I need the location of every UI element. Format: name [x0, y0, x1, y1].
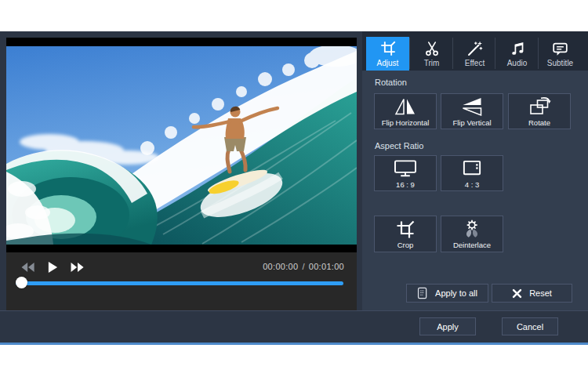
button-label: Apply to all — [435, 288, 477, 298]
aspect-4-3-button[interactable]: 4 : 3 — [441, 155, 503, 191]
seek-track[interactable] — [16, 281, 343, 285]
flip-horizontal-button[interactable]: Flip Horizontal — [374, 93, 437, 129]
tv-4-3-icon — [459, 158, 485, 179]
rotation-section-title: Rotation — [375, 78, 407, 87]
tab-adjust[interactable]: Adjust — [366, 37, 409, 71]
tab-effect[interactable]: Effect — [453, 37, 496, 71]
music-notes-icon — [509, 40, 525, 57]
screenshot-canvas: 00:00:00/00:01:00 Adjust T — [0, 0, 588, 377]
play-button[interactable] — [47, 260, 59, 274]
flip-vertical-button[interactable]: Flip Vertical — [441, 93, 503, 129]
document-icon — [417, 287, 428, 299]
tab-label: Effect — [465, 59, 485, 67]
tab-trim[interactable]: Trim — [410, 37, 453, 71]
button-label: Apply — [437, 322, 459, 332]
apply-to-all-button[interactable]: Apply to all — [406, 284, 488, 303]
button-label: Rotate — [528, 118, 550, 127]
deinterlace-icon — [460, 219, 484, 240]
flip-horizontal-icon — [394, 96, 417, 118]
rewind-button[interactable] — [20, 260, 37, 274]
apply-button[interactable]: Apply — [419, 317, 476, 335]
crop-icon — [380, 40, 396, 57]
window-accent-line — [0, 343, 588, 345]
aspect-ratio-section-title: Aspect Ratio — [375, 141, 423, 150]
video-frame — [6, 38, 357, 252]
tab-label: Adjust — [377, 59, 399, 67]
button-label: Cancel — [517, 322, 543, 332]
seek-thumb[interactable] — [16, 277, 27, 288]
video-preview-panel: 00:00:00/00:01:00 — [6, 38, 357, 311]
play-icon — [47, 260, 59, 274]
deinterlace-button[interactable]: Deinterlace — [441, 216, 503, 252]
flip-vertical-icon — [460, 96, 484, 118]
seek-slider[interactable] — [16, 277, 350, 290]
crop-button[interactable]: Crop — [374, 216, 437, 252]
panel-divider — [0, 310, 588, 311]
timecode: 00:00:00/00:01:00 — [263, 262, 344, 271]
reset-button[interactable]: Reset — [492, 284, 572, 303]
current-time: 00:00:00 — [263, 262, 298, 271]
tab-audio[interactable]: Audio — [495, 37, 539, 71]
tab-subtitle[interactable]: Subtitle — [539, 37, 582, 71]
button-label: Reset — [529, 288, 552, 298]
button-label: Deinterlace — [453, 241, 491, 249]
total-duration: 00:01:00 — [309, 262, 344, 271]
fast-forward-icon — [69, 260, 86, 274]
rewind-icon — [20, 260, 37, 274]
button-label: Flip Vertical — [452, 118, 491, 127]
time-separator: / — [298, 262, 308, 271]
cancel-button[interactable]: Cancel — [502, 317, 558, 335]
widescreen-monitor-icon — [393, 158, 418, 179]
fast-forward-button[interactable] — [69, 260, 86, 274]
crop-icon — [396, 219, 415, 240]
aspect-16-9-button[interactable]: 16 : 9 — [374, 155, 437, 191]
rotate-icon — [528, 96, 551, 118]
tab-label: Trim — [424, 59, 440, 67]
rotate-button[interactable]: Rotate — [508, 93, 571, 129]
magic-wand-icon — [466, 40, 483, 57]
button-label: Crop — [397, 241, 414, 249]
adjust-panel: Rotation Flip Horizontal Flip Vertical R… — [362, 71, 588, 310]
x-icon — [512, 288, 522, 299]
playback-controls: 00:00:00/00:01:00 — [6, 252, 357, 311]
edit-dialog: 00:00:00/00:01:00 Adjust T — [0, 31, 588, 345]
tab-label: Audio — [507, 59, 528, 67]
transport-buttons — [20, 260, 86, 274]
speech-bubble-icon — [552, 40, 568, 57]
button-label: 4 : 3 — [465, 180, 480, 189]
tab-bar: Adjust Trim Effect Audio — [362, 31, 588, 71]
button-label: 16 : 9 — [396, 180, 415, 189]
scissors-icon — [424, 40, 440, 57]
tab-label: Subtitle — [547, 59, 573, 67]
button-label: Flip Horizontal — [382, 118, 430, 127]
surfer-wave-scene — [6, 46, 357, 245]
